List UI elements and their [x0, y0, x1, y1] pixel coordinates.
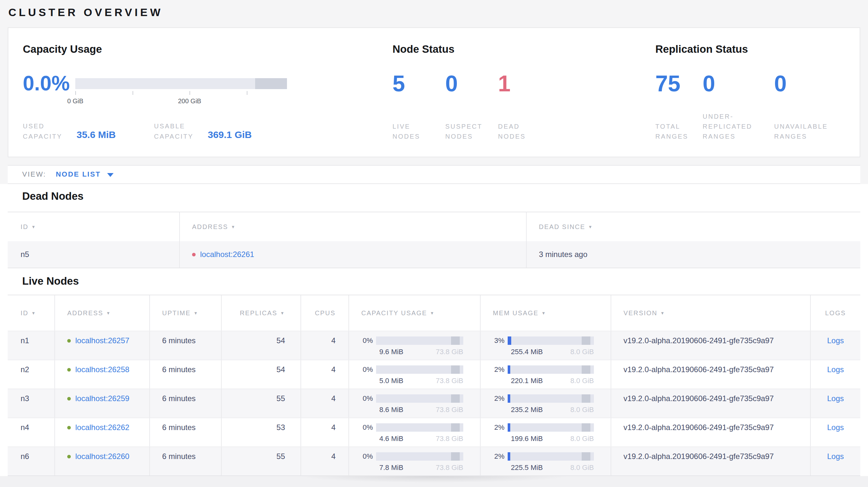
- capacity-usage-top: 0%: [355, 394, 463, 403]
- node-status-heading: Node Status: [393, 43, 655, 56]
- column-header-label: ADDRESS: [192, 223, 228, 231]
- capacity-bar-reserved-segment: [451, 452, 460, 461]
- logs-line: Logs: [827, 423, 844, 432]
- cell-text: n2: [21, 365, 29, 375]
- table-row-dead-n5: n5localhost:262613 minutes ago: [8, 241, 860, 268]
- column-header-label: MEM USAGE: [493, 310, 538, 317]
- node-status-metric-1: 0SUSPECT NODES: [445, 71, 498, 141]
- capacity-used-value: 7.8 MiB: [379, 463, 403, 472]
- capacity-usage-values: 5.0 MiB73.8 GiB: [379, 377, 463, 385]
- memory-bar-reserved-segment: [582, 423, 590, 432]
- capacity-used-value: 8.6 MiB: [379, 405, 403, 414]
- column-header-label: ID: [21, 310, 28, 317]
- version-cell: v19.2.0-alpha.20190606-2491-gfe735c9a97: [611, 447, 811, 476]
- cell-text: v19.2.0-alpha.20190606-2491-gfe735c9a97: [623, 336, 774, 346]
- address-link[interactable]: localhost:26259: [75, 394, 129, 403]
- memory-used-value: 255.4 MiB: [511, 348, 543, 356]
- cell-text: v19.2.0-alpha.20190606-2491-gfe735c9a97: [623, 394, 774, 403]
- cell-text: 6 minutes: [162, 336, 196, 346]
- column-header-address[interactable]: ADDRESS▼: [180, 212, 527, 241]
- memory-used-value: 220.1 MiB: [511, 377, 543, 385]
- capacity-used-value: 4.6 MiB: [379, 434, 403, 443]
- dead-nodes-heading: Dead Nodes: [22, 184, 868, 203]
- column-header-label: VERSION: [623, 310, 657, 317]
- cell-text: 6 minutes: [162, 394, 196, 403]
- logs-link[interactable]: Logs: [827, 336, 844, 345]
- cell-text: 6 minutes: [162, 452, 196, 461]
- cpus-cell: 4: [301, 418, 349, 447]
- replicas-cell: 53: [222, 418, 301, 447]
- memory-usage-top: 2%: [487, 452, 594, 461]
- address-link[interactable]: localhost:26261: [200, 250, 254, 259]
- cell-text: n4: [21, 423, 29, 432]
- address-cell: localhost:26259: [55, 389, 150, 418]
- memory-used-value: 225.5 MiB: [511, 463, 543, 472]
- logs-link[interactable]: Logs: [827, 452, 844, 461]
- column-header-replicas[interactable]: REPLICAS▼: [222, 295, 301, 331]
- address-link[interactable]: localhost:26258: [75, 365, 129, 374]
- column-header-dead-since[interactable]: DEAD SINCE▼: [527, 212, 860, 241]
- cell-text: 55: [276, 394, 285, 403]
- capacity-total-value: 73.8 GiB: [436, 348, 463, 356]
- column-header-id[interactable]: ID▼: [8, 212, 180, 241]
- column-header-label: ID: [21, 223, 28, 231]
- node-id-cell: n1: [8, 331, 55, 360]
- column-header-address[interactable]: ADDRESS▼: [55, 295, 150, 331]
- address-link[interactable]: localhost:26260: [75, 452, 129, 461]
- capacity-usage-values: 8.6 MiB73.8 GiB: [379, 405, 463, 414]
- logs-cell: Logs: [811, 389, 860, 418]
- address-line: localhost:26259: [67, 394, 129, 403]
- node-status-value: 5: [393, 71, 445, 96]
- dead-nodes-header-row: ID▼ADDRESS▼DEAD SINCE▼: [8, 212, 860, 241]
- bottom-shadow: [0, 476, 868, 487]
- capacity-usage-bar: [376, 336, 463, 345]
- capacity-total-value: 73.8 GiB: [436, 434, 463, 443]
- axis-label-mid: 200 GiB: [178, 97, 201, 105]
- column-header-label: CPUS: [315, 310, 336, 317]
- logs-link[interactable]: Logs: [827, 394, 844, 403]
- cell-text: 3 minutes ago: [539, 250, 587, 259]
- view-dropdown[interactable]: NODE LIST: [56, 170, 114, 178]
- address-line: localhost:26258: [67, 365, 129, 375]
- cell-text: 4: [331, 394, 336, 403]
- column-header-uptime[interactable]: UPTIME▼: [150, 295, 222, 331]
- live-node-dot-icon: [67, 397, 71, 400]
- address-line: localhost:26260: [67, 452, 129, 461]
- column-header-label: ADDRESS: [67, 310, 103, 317]
- column-header-id[interactable]: ID▼: [8, 295, 55, 331]
- replication-label: TOTAL RANGES: [655, 122, 694, 141]
- memory-usage-cell: 2%220.1 MiB8.0 GiB: [480, 360, 611, 389]
- capacity-usage-cell: 0%4.6 MiB73.8 GiB: [349, 418, 480, 447]
- memory-usage-cell: 2%225.5 MiB8.0 GiB: [480, 447, 611, 476]
- version-cell: v19.2.0-alpha.20190606-2491-gfe735c9a97: [611, 331, 811, 360]
- memory-usage-values: 255.4 MiB8.0 GiB: [511, 348, 594, 356]
- column-header-version[interactable]: VERSION▼: [611, 295, 811, 331]
- logs-link[interactable]: Logs: [827, 423, 844, 432]
- capacity-bar-reserved-segment: [451, 394, 460, 403]
- column-header-capacity-usage[interactable]: CAPACITY USAGE▼: [349, 295, 480, 331]
- node-id-cell: n3: [8, 389, 55, 418]
- node-status-metrics: 5LIVE NODES0SUSPECT NODES1DEAD NODES: [393, 71, 655, 141]
- replication-status-section: Replication Status 75TOTAL RANGES0UNDER-…: [655, 43, 845, 141]
- memory-total-value: 8.0 GiB: [570, 377, 594, 385]
- cell-text: 6 minutes: [162, 365, 196, 375]
- replicas-cell: 55: [222, 447, 301, 476]
- logs-link[interactable]: Logs: [827, 365, 844, 374]
- cell-text: 4: [331, 423, 336, 432]
- address-link[interactable]: localhost:26257: [75, 336, 129, 345]
- node-status-label: SUSPECT NODES: [445, 122, 481, 141]
- memory-usage-bar: [508, 394, 594, 403]
- cell-text: 6 minutes: [162, 423, 196, 432]
- view-label: VIEW:: [22, 170, 46, 178]
- memory-bar-fill: [508, 336, 511, 345]
- memory-usage-bar: [508, 452, 594, 461]
- node-status-metric-2: 1DEAD NODES: [498, 71, 551, 141]
- address-link[interactable]: localhost:26262: [75, 423, 129, 432]
- node-id-cell: n5: [8, 241, 180, 268]
- capacity-total-value: 73.8 GiB: [436, 463, 463, 472]
- column-header-mem-usage[interactable]: MEM USAGE▼: [480, 295, 611, 331]
- capacity-usage-bar: [376, 423, 463, 432]
- capacity-bar-reserved-segment: [451, 336, 460, 345]
- replication-value: 0: [774, 71, 845, 96]
- cell-text: 55: [276, 452, 285, 461]
